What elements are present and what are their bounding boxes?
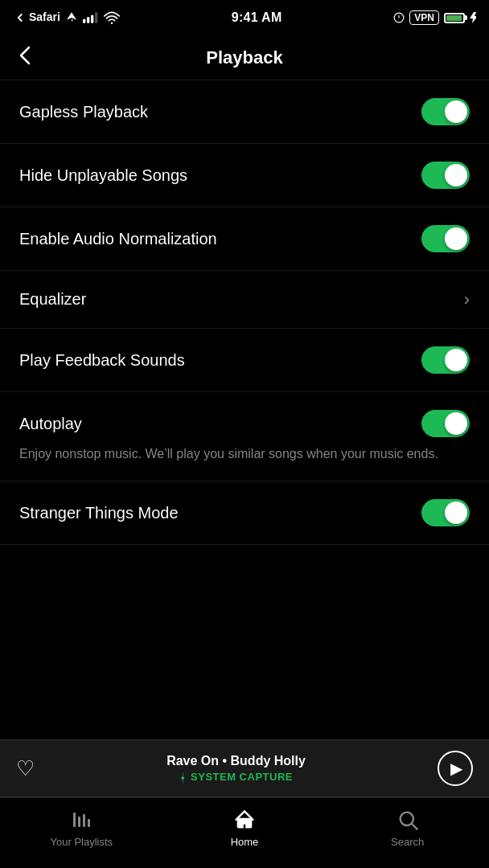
page-title: Playback: [206, 47, 282, 68]
tab-home[interactable]: Home: [163, 809, 327, 848]
toggle-knob: [445, 502, 467, 524]
svg-rect-8: [83, 814, 85, 827]
svg-rect-0: [83, 19, 85, 23]
play-feedback-sounds-label: Play Feedback Sounds: [19, 351, 185, 370]
page-header: Playback: [0, 35, 489, 80]
toggle-knob: [445, 227, 467, 250]
status-bar: Safari 9:41 AM VPN: [0, 0, 489, 35]
search-icon: [397, 809, 419, 831]
autoplay-item: Autoplay Enjoy nonstop music. We’ll play…: [0, 392, 489, 481]
svg-rect-1: [87, 17, 89, 23]
hide-unplayable-songs-item: Hide Unplayable Songs: [0, 144, 489, 207]
autoplay-label: Autoplay: [19, 415, 82, 433]
autoplay-toggle[interactable]: [421, 410, 470, 437]
lock-icon: [393, 12, 405, 23]
home-icon: [233, 809, 256, 831]
toggle-knob: [445, 412, 467, 435]
stranger-things-mode-toggle[interactable]: [421, 499, 470, 526]
now-playing-left: ♡: [16, 756, 35, 781]
play-feedback-sounds-toggle[interactable]: [421, 346, 470, 374]
tab-home-label: Home: [231, 836, 259, 848]
safari-label: Safari: [13, 10, 60, 25]
play-button[interactable]: ▶: [438, 751, 473, 786]
settings-list: Gapless Playback Hide Unplayable Songs E…: [0, 80, 489, 739]
gapless-playback-toggle[interactable]: [421, 98, 470, 125]
vpn-badge: VPN: [409, 10, 439, 25]
bluetooth-icon: ⍿: [179, 771, 186, 784]
airplane-icon: [65, 11, 78, 24]
tab-search[interactable]: Search: [326, 809, 489, 848]
status-time: 9:41 AM: [232, 10, 282, 25]
autoplay-description: Enjoy nonstop music. We’ll play you simi…: [19, 445, 438, 463]
heart-icon[interactable]: ♡: [16, 756, 35, 781]
tab-search-label: Search: [391, 836, 424, 848]
stranger-things-mode-label: Stranger Things Mode: [19, 504, 179, 522]
svg-point-4: [111, 22, 113, 24]
play-feedback-sounds-item: Play Feedback Sounds: [0, 329, 489, 392]
toggle-knob: [445, 164, 467, 186]
hide-unplayable-songs-toggle[interactable]: [421, 162, 470, 189]
hide-unplayable-songs-label: Hide Unplayable Songs: [19, 166, 187, 185]
play-icon: ▶: [450, 759, 462, 778]
tab-your-playlists[interactable]: Your Playlists: [0, 809, 163, 848]
svg-rect-7: [78, 817, 80, 827]
svg-rect-9: [88, 819, 90, 827]
signal-icon: [83, 12, 99, 23]
enable-audio-normalization-label: Enable Audio Normalization: [19, 230, 217, 248]
status-right: VPN: [393, 10, 476, 25]
chevron-right-icon: ›: [464, 289, 470, 310]
now-playing-device-row: ⍿ SYSTEM CAPTURE: [35, 771, 438, 784]
wifi-icon: [104, 11, 120, 24]
svg-line-11: [412, 824, 417, 829]
stranger-things-mode-item: Stranger Things Mode: [0, 481, 489, 545]
tab-bar: Your Playlists Home Search: [0, 797, 489, 868]
now-playing-title: Rave On • Buddy Holly: [35, 754, 438, 768]
toggle-knob: [445, 100, 467, 123]
now-playing-bar[interactable]: ♡ Rave On • Buddy Holly ⍿ SYSTEM CAPTURE…: [0, 739, 489, 797]
gapless-playback-label: Gapless Playback: [19, 103, 148, 121]
tab-playlists-label: Your Playlists: [51, 836, 113, 848]
now-playing-device: SYSTEM CAPTURE: [191, 771, 293, 783]
playlists-icon: [70, 809, 92, 831]
gapless-playback-item: Gapless Playback: [0, 80, 489, 144]
back-button[interactable]: [13, 39, 37, 76]
equalizer-item[interactable]: Equalizer ›: [0, 271, 489, 329]
svg-rect-3: [95, 12, 97, 23]
svg-rect-6: [73, 813, 76, 827]
enable-audio-normalization-item: Enable Audio Normalization: [0, 207, 489, 271]
toggle-knob: [445, 349, 467, 371]
equalizer-label: Equalizer: [19, 290, 86, 309]
svg-rect-2: [91, 15, 93, 23]
charging-icon: [470, 12, 476, 23]
status-left: Safari: [13, 10, 120, 25]
now-playing-info: Rave On • Buddy Holly ⍿ SYSTEM CAPTURE: [35, 754, 438, 784]
autoplay-row: Autoplay: [19, 410, 470, 437]
enable-audio-normalization-toggle[interactable]: [421, 225, 470, 252]
battery-icon: [444, 13, 465, 23]
